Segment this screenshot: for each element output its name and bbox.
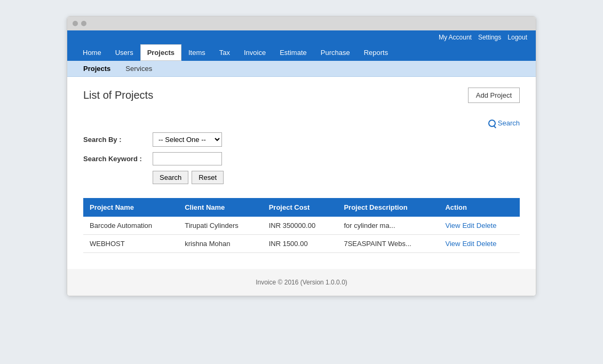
table-row: Barcode Automation Tirupati Cylinders IN… bbox=[83, 217, 520, 235]
content-area: List of Projects Add Project Search Sear… bbox=[67, 77, 536, 296]
edit-link-2[interactable]: Edit bbox=[462, 240, 474, 248]
my-account-link[interactable]: My Account bbox=[439, 34, 472, 41]
edit-link-1[interactable]: Edit bbox=[462, 221, 474, 230]
nav-purchase[interactable]: Purchase bbox=[314, 44, 357, 61]
cell-project-desc-1: for cylinder ma... bbox=[337, 217, 439, 235]
nav-bar: Home Users Projects Items Tax Invoice Es… bbox=[67, 44, 536, 61]
nav-users[interactable]: Users bbox=[108, 44, 140, 61]
view-link-2[interactable]: View bbox=[445, 240, 460, 248]
nav-projects[interactable]: Projects bbox=[140, 44, 181, 61]
page-title: List of Projects bbox=[83, 89, 153, 101]
nav-tax[interactable]: Tax bbox=[212, 44, 237, 61]
subnav-projects[interactable]: Projects bbox=[76, 61, 118, 76]
table-header: Project Name Client Name Project Cost Pr… bbox=[83, 198, 520, 217]
cell-client-name-2: krishna Mohan bbox=[178, 235, 262, 253]
nav-estimate[interactable]: Estimate bbox=[273, 44, 314, 61]
search-link-label: Search bbox=[498, 119, 520, 127]
reset-button[interactable]: Reset bbox=[192, 171, 224, 184]
table-row: WEBHOST krishna Mohan INR 1500.00 7SEASP… bbox=[83, 235, 520, 253]
search-icon bbox=[488, 120, 496, 127]
search-keyword-label: Search Keyword : bbox=[83, 155, 153, 163]
content-inner: List of Projects Add Project Search Sear… bbox=[67, 77, 536, 269]
browser-window: My Account Settings Logout Home Users Pr… bbox=[67, 16, 536, 296]
search-by-select[interactable]: -- Select One -- Project Name Client Nam… bbox=[153, 132, 222, 147]
search-top: Search bbox=[83, 119, 520, 127]
projects-table: Project Name Client Name Project Cost Pr… bbox=[83, 198, 520, 253]
browser-chrome bbox=[67, 17, 536, 30]
col-project-name: Project Name bbox=[83, 198, 178, 217]
nav-home[interactable]: Home bbox=[76, 44, 108, 61]
footer-text: Invoice © 2016 (Version 1.0.0.0) bbox=[256, 279, 347, 286]
nav-invoice[interactable]: Invoice bbox=[237, 44, 273, 61]
col-project-cost: Project Cost bbox=[263, 198, 338, 217]
cell-project-desc-2: 7SEASPAINT Webs... bbox=[337, 235, 439, 253]
search-keyword-row: Search Keyword : bbox=[83, 152, 520, 165]
cell-project-cost-2: INR 1500.00 bbox=[263, 235, 338, 253]
cell-project-name-2: WEBHOST bbox=[83, 235, 178, 253]
search-keyword-input[interactable] bbox=[153, 152, 222, 165]
add-project-button[interactable]: Add Project bbox=[468, 88, 520, 103]
nav-items[interactable]: Items bbox=[181, 44, 212, 61]
table-body: Barcode Automation Tirupati Cylinders IN… bbox=[83, 217, 520, 253]
top-bar: My Account Settings Logout bbox=[67, 30, 536, 44]
footer: Invoice © 2016 (Version 1.0.0.0) bbox=[67, 269, 536, 296]
view-link-1[interactable]: View bbox=[445, 221, 460, 230]
sub-nav: Projects Services bbox=[67, 61, 536, 77]
browser-dot-1 bbox=[73, 21, 78, 26]
col-project-description: Project Description bbox=[337, 198, 439, 217]
cell-action-2: View Edit Delete bbox=[439, 235, 520, 253]
cell-client-name-1: Tirupati Cylinders bbox=[178, 217, 262, 235]
table-header-row: Project Name Client Name Project Cost Pr… bbox=[83, 198, 520, 217]
logout-link[interactable]: Logout bbox=[507, 34, 527, 41]
search-button-row: Search Reset bbox=[153, 171, 520, 184]
cell-project-name-1: Barcode Automation bbox=[83, 217, 178, 235]
delete-link-1[interactable]: Delete bbox=[477, 221, 497, 230]
col-client-name: Client Name bbox=[178, 198, 262, 217]
cell-action-1: View Edit Delete bbox=[439, 217, 520, 235]
search-by-label: Search By : bbox=[83, 136, 153, 144]
search-section: Search Search By : -- Select One -- Proj… bbox=[83, 114, 520, 189]
settings-link[interactable]: Settings bbox=[478, 34, 501, 41]
search-toggle-link[interactable]: Search bbox=[488, 119, 520, 127]
cell-project-cost-1: INR 350000.00 bbox=[263, 217, 338, 235]
browser-dot-2 bbox=[81, 21, 86, 26]
action-links-1: View Edit Delete bbox=[445, 221, 513, 230]
action-links-2: View Edit Delete bbox=[445, 240, 513, 248]
subnav-services[interactable]: Services bbox=[118, 61, 160, 76]
delete-link-2[interactable]: Delete bbox=[477, 240, 497, 248]
search-button[interactable]: Search bbox=[153, 171, 188, 184]
col-action: Action bbox=[439, 198, 520, 217]
search-by-row: Search By : -- Select One -- Project Nam… bbox=[83, 132, 520, 147]
page-header: List of Projects Add Project bbox=[83, 88, 520, 103]
nav-reports[interactable]: Reports bbox=[357, 44, 395, 61]
